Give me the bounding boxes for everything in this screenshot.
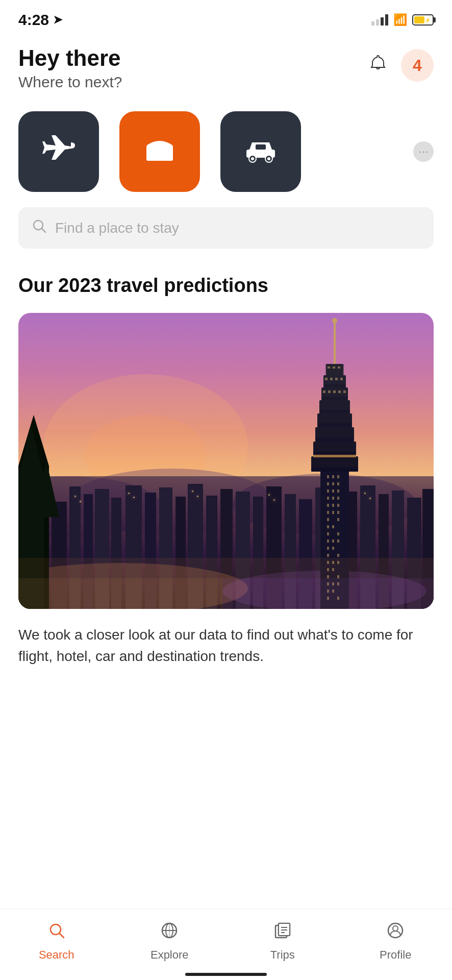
flight-button[interactable] xyxy=(18,111,99,192)
explore-nav-label: Explore xyxy=(150,948,189,962)
svg-rect-91 xyxy=(335,378,338,380)
svg-rect-54 xyxy=(128,493,130,494)
svg-rect-111 xyxy=(332,504,334,507)
svg-rect-59 xyxy=(273,499,275,501)
header: Hey there Where to next? 4 xyxy=(0,36,452,106)
svg-rect-88 xyxy=(338,366,340,369)
search-icon xyxy=(32,218,47,237)
predictions-section: Our 2023 travel predictions xyxy=(0,274,452,682)
notification-count: 4 xyxy=(413,56,422,75)
svg-rect-76 xyxy=(319,410,350,413)
svg-rect-121 xyxy=(337,532,339,535)
status-time: 4:28 ➤ xyxy=(18,11,62,29)
flight-icon xyxy=(41,131,76,173)
nav-search[interactable]: Search xyxy=(0,909,113,970)
svg-rect-116 xyxy=(327,518,329,521)
svg-rect-150 xyxy=(18,578,222,609)
svg-rect-104 xyxy=(327,489,329,493)
predictions-title: Our 2023 travel predictions xyxy=(18,274,434,298)
svg-rect-117 xyxy=(337,518,339,521)
svg-line-11 xyxy=(42,229,45,232)
more-icon: ⋯ xyxy=(418,145,429,158)
profile-nav-icon xyxy=(386,921,405,944)
svg-rect-99 xyxy=(332,475,334,478)
svg-rect-80 xyxy=(315,437,354,442)
svg-rect-3 xyxy=(157,155,163,161)
svg-rect-86 xyxy=(328,366,330,369)
hotel-button[interactable] xyxy=(119,111,200,192)
nav-explore[interactable]: Explore xyxy=(113,909,227,970)
svg-rect-94 xyxy=(328,390,331,393)
svg-rect-107 xyxy=(327,497,329,500)
header-actions: 4 xyxy=(363,49,434,82)
svg-rect-113 xyxy=(327,511,329,514)
svg-rect-63 xyxy=(369,498,371,499)
svg-rect-101 xyxy=(327,482,329,485)
svg-rect-87 xyxy=(333,366,335,369)
status-icons: 📶 ⚡ xyxy=(371,13,434,27)
trips-nav-label: Trips xyxy=(270,948,295,962)
svg-rect-93 xyxy=(323,390,325,393)
svg-rect-90 xyxy=(330,378,333,380)
svg-rect-102 xyxy=(332,482,334,485)
svg-rect-106 xyxy=(337,489,339,493)
svg-rect-55 xyxy=(133,497,135,498)
svg-rect-125 xyxy=(327,547,329,550)
svg-point-152 xyxy=(51,924,61,935)
greeting-subtitle: Where to next? xyxy=(18,74,363,91)
greeting: Hey there Where to next? xyxy=(18,46,363,91)
svg-rect-103 xyxy=(337,482,339,485)
svg-rect-126 xyxy=(332,547,334,550)
svg-point-165 xyxy=(393,926,398,931)
svg-rect-68 xyxy=(326,364,343,375)
explore-nav-icon xyxy=(160,921,179,944)
svg-rect-122 xyxy=(327,540,329,543)
svg-rect-52 xyxy=(74,496,76,497)
svg-rect-119 xyxy=(332,525,334,528)
search-bar[interactable]: Find a place to stay xyxy=(18,207,434,249)
svg-rect-92 xyxy=(340,378,343,380)
status-bar: 4:28 ➤ 📶 ⚡ xyxy=(0,0,452,36)
svg-rect-143 xyxy=(313,455,356,457)
svg-line-153 xyxy=(60,934,64,938)
wifi-icon: 📶 xyxy=(393,13,407,27)
location-arrow-icon: ➤ xyxy=(53,13,62,27)
svg-rect-123 xyxy=(332,540,334,543)
svg-rect-105 xyxy=(332,489,334,493)
search-bar-container: Find a place to stay xyxy=(0,207,452,274)
svg-rect-97 xyxy=(343,390,346,393)
nav-trips[interactable]: Trips xyxy=(226,909,339,970)
signal-icon xyxy=(371,14,388,26)
svg-rect-120 xyxy=(327,532,329,535)
svg-rect-115 xyxy=(337,511,339,514)
battery-icon: ⚡ xyxy=(412,14,434,26)
svg-rect-72 xyxy=(323,384,346,387)
svg-rect-109 xyxy=(337,497,339,500)
svg-rect-57 xyxy=(197,496,198,497)
svg-rect-151 xyxy=(222,578,434,609)
notification-button[interactable] xyxy=(363,51,393,80)
svg-rect-98 xyxy=(327,475,329,478)
svg-rect-124 xyxy=(337,540,339,543)
car-button[interactable] xyxy=(220,111,301,192)
svg-rect-118 xyxy=(327,525,329,528)
predictions-description: We took a closer look at our data to fin… xyxy=(18,624,434,667)
bell-icon xyxy=(368,54,388,77)
city-skyline-svg xyxy=(18,313,434,609)
avatar-button[interactable]: 4 xyxy=(401,49,434,82)
bottom-nav: Search Explore Trips xyxy=(0,909,452,980)
trips-nav-icon xyxy=(273,921,292,944)
more-button[interactable]: ⋯ xyxy=(413,141,434,162)
svg-rect-56 xyxy=(192,491,193,492)
svg-rect-114 xyxy=(332,511,334,514)
profile-nav-label: Profile xyxy=(380,948,411,962)
category-row: ⋯ xyxy=(0,106,452,207)
svg-rect-9 xyxy=(256,144,266,150)
nav-profile[interactable]: Profile xyxy=(339,909,453,970)
svg-rect-2 xyxy=(162,150,169,155)
svg-rect-110 xyxy=(327,504,329,507)
greeting-title: Hey there xyxy=(18,46,363,70)
svg-rect-62 xyxy=(364,493,366,494)
search-nav-icon xyxy=(47,921,66,944)
svg-rect-96 xyxy=(338,390,341,393)
